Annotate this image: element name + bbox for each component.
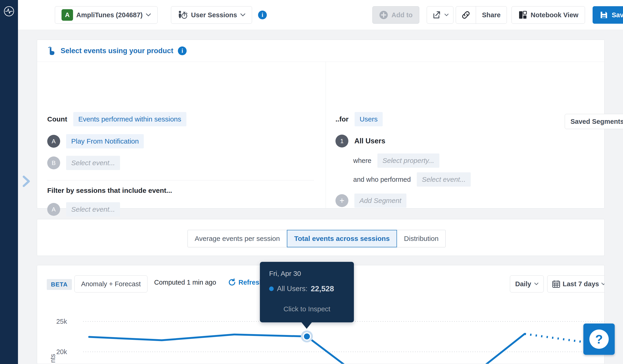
- performed-label: and who performed: [353, 176, 411, 183]
- segment-badge: 1: [335, 135, 348, 147]
- left-nav-rail[interactable]: [0, 0, 18, 364]
- filter-event-row: A Select event...: [47, 202, 120, 217]
- event-builder-card: Select events using your product i Count…: [37, 40, 604, 208]
- segment-row: 1 All Users: [335, 135, 385, 147]
- view-tabs: Average events per session Total events …: [188, 230, 445, 247]
- event-row-a: A Play From Notification: [47, 134, 144, 148]
- tooltip-value: 22,528: [311, 284, 334, 293]
- share-button-group: Share: [456, 6, 507, 24]
- notebook-view-label: Notebook View: [531, 11, 578, 19]
- add-segment-row: + Add Segment: [335, 194, 406, 208]
- add-to-label: Add to: [391, 11, 413, 19]
- series-color-dot: [269, 286, 274, 291]
- builder-info-icon[interactable]: i: [178, 46, 187, 55]
- link-icon: [461, 10, 471, 20]
- chart-type-label: User Sessions: [191, 11, 237, 19]
- saved-segments-label: Saved Segments: [571, 118, 623, 125]
- chevron-down-icon: [445, 13, 449, 17]
- chart-type-selector[interactable]: User Sessions: [171, 6, 252, 24]
- chart-tooltip: Fri, Apr 30 All Users: 22,528 Click to I…: [260, 262, 354, 322]
- notebook-icon: [518, 10, 527, 20]
- tooltip-series-name: All Users:: [277, 285, 308, 293]
- share-button[interactable]: Share: [476, 6, 507, 23]
- y-axis-label: nts: [49, 354, 56, 363]
- top-toolbar: A AmpliTunes (204687) User Sessions i Ad…: [18, 0, 623, 30]
- amplitude-app: A AmpliTunes (204687) User Sessions i Ad…: [0, 0, 623, 364]
- save-button[interactable]: Save: [593, 6, 623, 24]
- tooltip-series-row: All Users: 22,528: [269, 284, 345, 293]
- saved-segments-button[interactable]: Saved Segments: [565, 114, 623, 129]
- notebook-view-button[interactable]: Notebook View: [512, 6, 585, 24]
- builder-title[interactable]: Select events using your product: [61, 47, 173, 55]
- export-button[interactable]: [427, 6, 453, 24]
- save-label: Save: [612, 11, 623, 19]
- user-sessions-icon: [178, 10, 188, 20]
- add-segment-plus-icon[interactable]: +: [335, 194, 348, 207]
- builder-header: Select events using your product i: [37, 40, 604, 62]
- plus-circle-icon: [379, 10, 388, 20]
- project-name: AmpliTunes (204687): [76, 11, 143, 19]
- help-button[interactable]: ?: [583, 324, 615, 355]
- filter-event-badge: A: [47, 203, 60, 216]
- expand-panel-chevron-icon[interactable]: [21, 175, 31, 187]
- copy-link-button[interactable]: [456, 6, 476, 23]
- tab-average-events[interactable]: Average events per session: [188, 230, 287, 247]
- ytick-25k: 25k: [56, 318, 67, 325]
- event-badge-a: A: [47, 135, 60, 148]
- event-selector-b[interactable]: Select event...: [66, 156, 120, 170]
- chevron-down-icon: [146, 13, 151, 17]
- event-badge-b: B: [47, 157, 60, 169]
- amplitude-logo-icon[interactable]: [4, 6, 14, 17]
- hand-click-icon: [47, 46, 56, 56]
- event-selector-a[interactable]: Play From Notification: [66, 134, 144, 148]
- segment-name[interactable]: All Users: [354, 137, 385, 145]
- chevron-down-icon: [240, 13, 245, 17]
- add-segment-button[interactable]: Add Segment: [354, 194, 406, 208]
- performed-row: and who performed Select event...: [353, 172, 471, 187]
- where-label: where: [353, 157, 371, 164]
- tooltip-date: Fri, Apr 30: [269, 270, 345, 278]
- for-label: ..for: [335, 115, 349, 123]
- chart-info-icon[interactable]: i: [258, 11, 267, 19]
- tab-distribution[interactable]: Distribution: [397, 230, 445, 247]
- add-to-button[interactable]: Add to: [372, 6, 419, 24]
- count-label: Count: [47, 115, 67, 123]
- tab-total-events[interactable]: Total events across sessions: [287, 230, 397, 247]
- for-row: ..for Users: [335, 112, 383, 126]
- highlighted-point[interactable]: [304, 333, 310, 339]
- click-to-inspect[interactable]: Click to Inspect: [269, 305, 345, 313]
- event-row-b: B Select event...: [47, 156, 120, 170]
- builder-panel-divider: [326, 62, 326, 209]
- share-label: Share: [482, 11, 501, 19]
- count-row: Count Events performed within sessions: [47, 112, 186, 126]
- filter-event-selector[interactable]: Select event...: [66, 202, 120, 217]
- project-badge: A: [62, 9, 73, 21]
- for-users-selector[interactable]: Users: [355, 112, 383, 126]
- project-selector[interactable]: A AmpliTunes (204687): [55, 6, 157, 24]
- where-row: where Select property...: [353, 153, 439, 168]
- performed-event-selector[interactable]: Select event...: [417, 172, 471, 187]
- question-mark-icon: ?: [589, 329, 609, 349]
- filter-sessions-title: Filter by sessions that include event...: [47, 187, 172, 194]
- export-icon: [432, 10, 441, 20]
- count-metric-selector[interactable]: Events performed within sessions: [73, 112, 186, 126]
- view-tabs-card: Average events per session Total events …: [37, 219, 604, 256]
- where-property-selector[interactable]: Select property...: [378, 153, 439, 168]
- save-icon: [599, 10, 608, 20]
- ytick-20k: 20k: [56, 348, 67, 356]
